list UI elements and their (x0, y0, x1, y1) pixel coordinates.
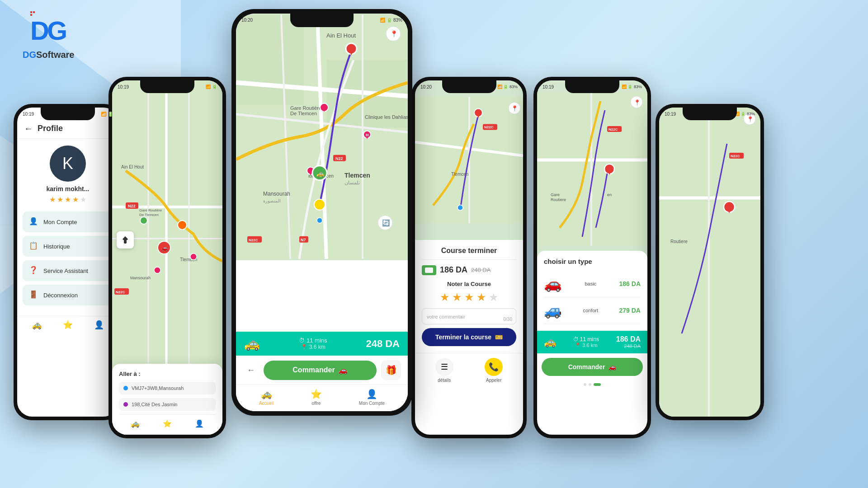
commander-bar: ← Commander 🚗 🎁 (236, 356, 408, 385)
svg-text:المنصورة: المنصورة (263, 198, 281, 204)
menu-item-service[interactable]: ❓ Service Assistant (23, 260, 113, 281)
svg-point-22 (140, 217, 147, 224)
car-icon-commander: 🚗 (339, 366, 348, 375)
destination-input-2[interactable]: 198,Cité Des Jasmin (119, 398, 216, 411)
menu-item-account[interactable]: 👤 Mon Compte (23, 211, 113, 232)
svg-text:Gare Routière: Gare Routière (139, 208, 162, 212)
menu-item-logout[interactable]: 🚪 Déconnexion (23, 285, 113, 305)
navigation-arrow-button[interactable] (117, 231, 134, 249)
terminer-button[interactable]: Terminer la course 🎫 (422, 328, 516, 346)
svg-text:Gare: Gare (551, 192, 560, 197)
svg-text:N7: N7 (301, 238, 306, 242)
details-button[interactable]: ☰ détails (435, 358, 453, 383)
ride-info-bar: 🚕 ⏱ 11 mins 📍 3.6 km 248 DA (236, 332, 408, 356)
card-icon (422, 265, 436, 275)
svg-text:N22: N22 (335, 156, 343, 161)
commander-button[interactable]: Commander 🚗 (264, 361, 377, 380)
svg-text:N22C: N22C (731, 154, 740, 158)
bottom-navigation: 🚕 Accueil ⭐ offre 👤 Mon Compte (236, 385, 408, 411)
course-panel: Course terminer 186 DA 248 DA Noter la C… (415, 240, 523, 353)
svg-text:N22C: N22C (116, 290, 125, 294)
noter-label: Noter la Course (422, 281, 516, 287)
svg-text:Routiere: Routiere (670, 239, 688, 244)
call-icon: 📞 (485, 358, 503, 376)
svg-text:Tlemcen: Tlemcen (451, 172, 468, 177)
back-button-main[interactable]: ← (243, 362, 259, 378)
profile-menu: 👤 Mon Compte 📋 Historique ❓ Service Assi… (17, 209, 118, 311)
menu-label-logout: Déconnexion (43, 292, 78, 299)
svg-text:Routiere: Routiere (551, 197, 566, 202)
terminer-label: Terminer la course (435, 333, 491, 341)
destination-text-1: VMJ7+3W8,Mansourah (132, 385, 184, 391)
svg-text:Tlemcen: Tlemcen (344, 172, 370, 179)
price-original: 248 DA (471, 267, 491, 273)
dg-logo-icon: D G (28, 9, 69, 50)
phone-map-destination: 10:19 📶 🔋 Ain El Hout Gare Routière De T… (108, 77, 226, 438)
svg-text:N22: N22 (128, 204, 136, 208)
price-main: 186 DA (440, 265, 467, 275)
svg-point-24 (154, 267, 160, 273)
confort-car-icon: 🚙 (544, 302, 562, 319)
svg-text:N22C: N22C (249, 238, 258, 242)
svg-text:De Tlemcen: De Tlemcen (290, 111, 317, 116)
svg-text:H: H (366, 133, 369, 137)
destination-title: Aller à : (119, 371, 216, 377)
destination-panel: Aller à : VMJ7+3W8,Mansourah 198,Cité De… (112, 364, 222, 435)
course-title: Course terminer (422, 247, 516, 260)
phone-notch-type2 (683, 108, 737, 120)
nav-label-offre: offre (312, 401, 321, 406)
status-bar-main: 10:20 📶 🔋 83% (236, 14, 408, 26)
main-map-svg: Ain El Hout Gare Routière De Tlemcen Tle… (236, 14, 408, 260)
svg-text:Gare Routière: Gare Routière (290, 105, 321, 111)
nav-tab-offre[interactable]: ⭐ offre (311, 389, 322, 406)
commander-button-type[interactable]: Commander 🚗 (542, 358, 643, 376)
menu-label-account: Mon Compte (43, 219, 77, 225)
phone-notch-type (565, 80, 619, 93)
user-icon: 👤 (366, 389, 377, 399)
comment-placeholder: votre commentair (427, 314, 465, 319)
phone-profile: 10:19 📶 🔋 ← Profile K karim mokht... ★ ★… (14, 104, 122, 420)
svg-text:📍: 📍 (634, 99, 641, 106)
svg-point-63 (317, 218, 322, 223)
gift-button[interactable]: 🎁 (381, 360, 401, 380)
svg-rect-29 (236, 15, 304, 105)
logout-icon: 🚪 (29, 290, 39, 300)
svg-rect-1 (33, 11, 35, 13)
svg-text:Mansourah: Mansourah (130, 276, 151, 280)
clock-icon: ⏱ 11 mins (299, 337, 327, 344)
nav-tab-compte[interactable]: 👤 Mon Compte (359, 389, 385, 406)
back-button-profile[interactable]: ← (24, 123, 33, 134)
call-button[interactable]: 📞 Appeler (485, 358, 503, 383)
svg-text:Clinique les Dahlias: Clinique les Dahlias (365, 114, 408, 120)
comment-input[interactable]: votre commentair 0/30 (422, 308, 516, 324)
svg-text:🚗: 🚗 (161, 244, 169, 252)
menu-label-service: Service Assistant (43, 267, 88, 274)
svg-rect-0 (30, 11, 32, 13)
details-label: détails (438, 378, 451, 383)
choose-type-title: choisir un type (544, 258, 641, 265)
destination-dot-blue (123, 386, 128, 390)
svg-text:Mansourah: Mansourah (263, 191, 290, 197)
svg-text:📍: 📍 (511, 105, 518, 112)
svg-point-73 (458, 205, 463, 210)
nav-tab-accueil[interactable]: 🚕 Accueil (259, 389, 274, 406)
svg-text:🚕: 🚕 (316, 170, 325, 178)
call-label: Appeler (486, 378, 501, 383)
ride-price: 248 DA (366, 338, 400, 350)
type-option-confort[interactable]: 🚙 confort 279 DA (544, 297, 641, 324)
choose-type-panel: choisir un type 🚗 basic 186 DA 🚙 confort… (537, 251, 647, 331)
main-map: Ain El Hout Gare Routière De Tlemcen Tle… (236, 14, 408, 260)
profile-title: Profile (38, 124, 63, 133)
type-map: N22C 📍 Gare Routiere en (537, 80, 647, 258)
menu-item-history[interactable]: 📋 Historique (23, 236, 113, 257)
type2-map-svg: N22C 📍 Routiere (659, 108, 760, 417)
svg-text:De Tlemcen: De Tlemcen (139, 213, 159, 217)
destination-input-1[interactable]: VMJ7+3W8,Mansourah (119, 382, 216, 394)
svg-text:📍: 📍 (390, 30, 398, 38)
type-option-basic[interactable]: 🚗 basic 186 DA (544, 271, 641, 297)
price-row: 186 DA 248 DA (422, 265, 516, 275)
car-icon-type: 🚗 (609, 363, 616, 371)
course-map-svg: N22C 📍 Tlemcen (415, 80, 523, 240)
type-map-svg: N22C 📍 Gare Routiere en (537, 80, 647, 258)
phone-notch-map1 (140, 80, 194, 93)
